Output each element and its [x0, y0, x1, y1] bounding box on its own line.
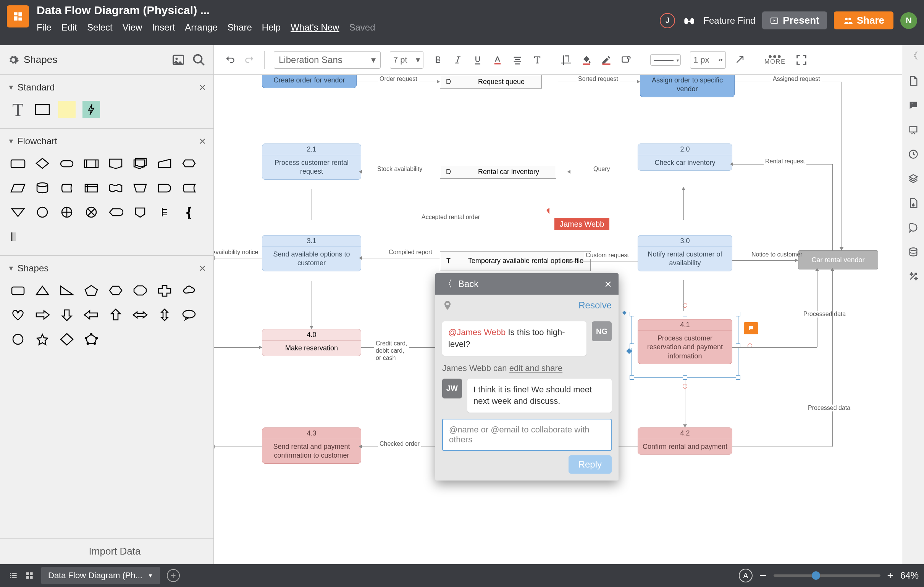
layers-icon[interactable]: [908, 173, 919, 184]
page-icon[interactable]: [908, 76, 919, 86]
collapse-chevron-icon[interactable]: 《: [909, 49, 918, 62]
close-icon[interactable]: ×: [199, 135, 206, 148]
merge-shape[interactable]: [9, 203, 27, 221]
node-4-3[interactable]: 4.3Send rental and payment confirmation …: [262, 427, 361, 464]
stored-shape[interactable]: [180, 179, 198, 196]
node-create-order[interactable]: Create order for vendor: [262, 75, 356, 88]
rectangle-shape[interactable]: [34, 101, 51, 118]
input-shape[interactable]: [156, 155, 173, 172]
list-view-icon[interactable]: [5, 567, 21, 584]
connector-shape[interactable]: [34, 203, 51, 221]
node-3-1[interactable]: 3.1Send available options to customer: [262, 235, 361, 271]
node-4-0[interactable]: 4.0Make reservation: [262, 329, 361, 356]
process-shape[interactable]: [9, 155, 27, 172]
delay-shape[interactable]: [156, 179, 173, 196]
node-assign-order[interactable]: Assign order to specific vendor: [640, 75, 734, 97]
poly-shape[interactable]: [82, 330, 100, 348]
heart-shape[interactable]: [9, 306, 27, 324]
resolve-button[interactable]: Resolve: [578, 300, 612, 311]
arrow-shape[interactable]: [107, 101, 124, 118]
search-icon[interactable]: [192, 53, 206, 67]
circle-shape[interactable]: [9, 330, 27, 348]
right-triangle-shape[interactable]: [58, 282, 76, 299]
presentation-icon[interactable]: [908, 124, 919, 135]
rect-shape[interactable]: [9, 282, 27, 299]
menu-insert[interactable]: Insert: [152, 22, 175, 33]
canvas[interactable]: Create order for vendor DRequest queue A…: [214, 75, 902, 564]
italic-icon[interactable]: [452, 54, 463, 65]
image-icon[interactable]: [172, 53, 185, 67]
offpage-shape[interactable]: [131, 203, 149, 221]
junction-shape[interactable]: [82, 203, 100, 221]
zoom-level[interactable]: 64%: [900, 570, 919, 581]
node-2-0[interactable]: 2.0Check car inventory: [638, 143, 732, 171]
border-color-icon[interactable]: [601, 54, 612, 65]
manual-loop-shape[interactable]: [131, 179, 149, 196]
add-page-button[interactable]: +: [167, 569, 180, 582]
terminator-shape[interactable]: [58, 155, 76, 172]
cross-shape[interactable]: [156, 282, 173, 299]
collaborator-avatar-j[interactable]: J: [660, 13, 675, 28]
node-3-0[interactable]: 3.0Notify rental customer of availabilit…: [638, 235, 732, 271]
comment-indicator[interactable]: [744, 322, 758, 334]
undo-icon[interactable]: [224, 54, 235, 65]
menu-view[interactable]: View: [122, 22, 142, 33]
text-color-icon[interactable]: [492, 54, 503, 65]
or-shape[interactable]: [58, 203, 76, 221]
hexagon-shape[interactable]: [107, 282, 124, 299]
brace-shape[interactable]: {: [180, 203, 198, 221]
arrow-down-shape[interactable]: [58, 306, 76, 324]
feature-find-button[interactable]: Feature Find: [703, 15, 755, 26]
line-options-icon[interactable]: [735, 54, 746, 65]
multidoc-shape[interactable]: [131, 155, 149, 172]
fullscreen-icon[interactable]: [795, 53, 808, 66]
fill-icon[interactable]: [581, 54, 592, 65]
triangle-shape[interactable]: [34, 282, 51, 299]
callout-shape[interactable]: [180, 306, 198, 324]
crop-icon[interactable]: [561, 54, 572, 65]
font-select[interactable]: Liberation Sans▾: [274, 51, 381, 69]
page-tab[interactable]: Data Flow Diagram (Ph...▼: [41, 567, 160, 584]
text-format-icon[interactable]: [532, 54, 543, 65]
octagon-shape[interactable]: [131, 282, 149, 299]
underline-icon[interactable]: [472, 54, 483, 65]
arrow-ud-shape[interactable]: [156, 306, 173, 324]
shapes-library-header[interactable]: ▼ Shapes ×: [8, 260, 206, 276]
data-icon[interactable]: [908, 247, 919, 257]
user-avatar-n[interactable]: N: [900, 12, 917, 29]
edit-share-link[interactable]: edit and share: [509, 363, 563, 373]
menu-edit[interactable]: Edit: [61, 22, 77, 33]
close-icon[interactable]: ×: [199, 81, 206, 94]
back-chevron-icon[interactable]: 〈: [442, 277, 453, 291]
node-vendor[interactable]: Car rental vendor: [798, 251, 878, 269]
arrow-right-shape[interactable]: [34, 306, 51, 324]
magic-icon[interactable]: [908, 271, 919, 282]
menu-arrange[interactable]: Arrange: [185, 22, 217, 33]
theme-icon[interactable]: [908, 198, 919, 208]
card-shape[interactable]: [9, 228, 27, 246]
menu-share[interactable]: Share: [228, 22, 252, 33]
bold-icon[interactable]: [432, 54, 443, 65]
decision-shape[interactable]: [34, 155, 51, 172]
diamond-shape[interactable]: [58, 330, 76, 348]
reply-button[interactable]: Reply: [569, 455, 612, 474]
menu-file[interactable]: File: [37, 22, 51, 33]
redo-icon[interactable]: [244, 54, 255, 65]
zoom-slider[interactable]: [774, 574, 881, 577]
line-style-select[interactable]: ▾: [650, 54, 681, 66]
sticky-note-shape[interactable]: [58, 101, 76, 118]
arrow-left-shape[interactable]: [82, 306, 100, 324]
line-width-select[interactable]: 1 px▴▾: [690, 51, 726, 69]
star-shape[interactable]: [34, 330, 51, 348]
zoom-out-button[interactable]: −: [759, 569, 767, 583]
datastore-request-queue[interactable]: DRequest queue: [440, 75, 542, 89]
align-icon[interactable]: [512, 54, 523, 65]
menu-whats-new[interactable]: What's New: [290, 22, 339, 33]
display-shape[interactable]: [107, 203, 124, 221]
data-shape[interactable]: [9, 179, 27, 196]
flowchart-library-header[interactable]: ▼ Flowchart ×: [8, 133, 206, 149]
internal-shape[interactable]: [82, 179, 100, 196]
present-button[interactable]: Present: [762, 12, 827, 30]
pentagon-shape[interactable]: [82, 282, 100, 299]
document-shape[interactable]: [107, 155, 124, 172]
